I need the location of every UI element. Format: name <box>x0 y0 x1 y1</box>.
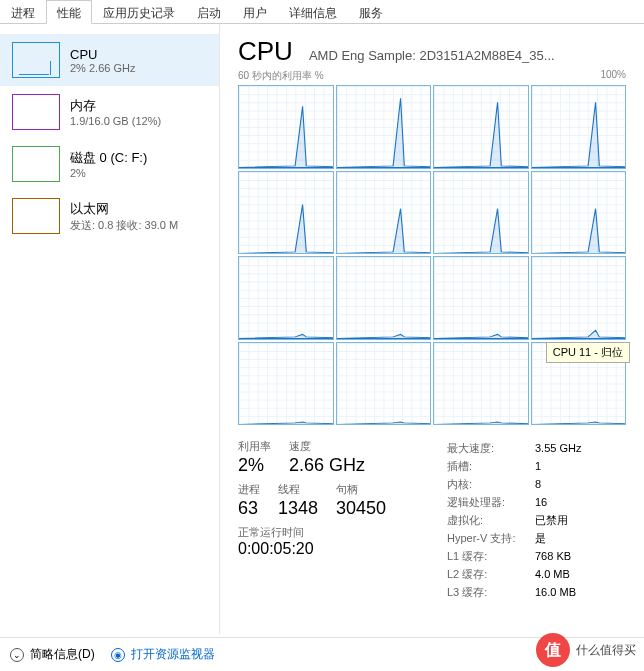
sidebar-cpu-title: CPU <box>70 47 135 62</box>
chevron-down-icon: ⌄ <box>10 648 24 662</box>
stats-left: 利用率 2% 速度 2.66 GHz 进程 63 线程 1348 <box>238 439 417 601</box>
cpu-thumb-icon <box>12 42 60 78</box>
uptime-value: 0:00:05:20 <box>238 540 417 558</box>
ethernet-thumb-icon <box>12 198 60 234</box>
sidebar-net-title: 以太网 <box>70 200 178 218</box>
sidebar: CPU 2% 2.66 GHz 内存 1.9/16.0 GB (12%) 磁盘 … <box>0 24 220 634</box>
monitor-icon: ◉ <box>111 648 125 662</box>
cpu-cell-8[interactable] <box>238 256 334 340</box>
sidebar-net-sub: 发送: 0.8 接收: 39.0 M <box>70 218 178 233</box>
cpu-cell-14[interactable] <box>433 342 529 426</box>
cpu-grid[interactable]: CPU 11 - 归位 <box>238 85 626 425</box>
main-panel: CPU 2% 2.66 GHz 内存 1.9/16.0 GB (12%) 磁盘 … <box>0 24 644 634</box>
cpu-cell-3[interactable] <box>531 85 627 169</box>
cpu-model: AMD Eng Sample: 2D3151A2M88E4_35... <box>309 48 626 63</box>
watermark-text: 什么值得买 <box>576 642 636 659</box>
proc-label: 进程 <box>238 482 260 497</box>
detail-header: CPU AMD Eng Sample: 2D3151A2M88E4_35... <box>238 36 626 67</box>
stat-row-5: Hyper-V 支持:是 <box>447 529 626 547</box>
stats-right: 最大速度:3.55 GHz插槽:1内核:8逻辑处理器:16虚拟化:已禁用Hype… <box>447 439 626 601</box>
chart-left-label: 60 秒内的利用率 % <box>238 69 324 83</box>
speed-value: 2.66 GHz <box>289 455 365 476</box>
cpu-cell-1[interactable] <box>336 85 432 169</box>
chart-axis-labels: 60 秒内的利用率 % 100% <box>238 69 626 83</box>
tab-4[interactable]: 用户 <box>232 0 278 23</box>
stat-row-1: 插槽:1 <box>447 457 626 475</box>
cpu-tooltip: CPU 11 - 归位 <box>546 342 630 363</box>
handle-label: 句柄 <box>336 482 386 497</box>
cpu-cell-6[interactable] <box>433 171 529 255</box>
stat-row-3: 逻辑处理器:16 <box>447 493 626 511</box>
stat-row-8: L3 缓存:16.0 MB <box>447 583 626 601</box>
handle-value: 30450 <box>336 498 386 519</box>
tab-6[interactable]: 服务 <box>348 0 394 23</box>
speed-label: 速度 <box>289 439 365 454</box>
brief-info-label: 简略信息(D) <box>30 646 95 663</box>
util-label: 利用率 <box>238 439 271 454</box>
tab-bar: 进程性能应用历史记录启动用户详细信息服务 <box>0 0 644 24</box>
cpu-cell-10[interactable] <box>433 256 529 340</box>
open-resource-monitor-button[interactable]: ◉ 打开资源监视器 <box>111 646 215 663</box>
cpu-cell-12[interactable] <box>238 342 334 426</box>
util-value: 2% <box>238 455 271 476</box>
stat-row-2: 内核:8 <box>447 475 626 493</box>
cpu-cell-13[interactable] <box>336 342 432 426</box>
sidebar-item-ethernet[interactable]: 以太网 发送: 0.8 接收: 39.0 M <box>0 190 219 242</box>
tab-2[interactable]: 应用历史记录 <box>92 0 186 23</box>
cpu-cell-5[interactable] <box>336 171 432 255</box>
sidebar-cpu-sub: 2% 2.66 GHz <box>70 62 135 74</box>
sidebar-item-disk[interactable]: 磁盘 0 (C: F:) 2% <box>0 138 219 190</box>
stat-row-0: 最大速度:3.55 GHz <box>447 439 626 457</box>
stat-row-4: 虚拟化:已禁用 <box>447 511 626 529</box>
sidebar-disk-sub: 2% <box>70 167 147 179</box>
tab-0[interactable]: 进程 <box>0 0 46 23</box>
footer: ⌄ 简略信息(D) ◉ 打开资源监视器 值 什么值得买 <box>0 637 644 671</box>
cpu-cell-11[interactable] <box>531 256 627 340</box>
tab-1[interactable]: 性能 <box>46 0 92 24</box>
cpu-cell-2[interactable] <box>433 85 529 169</box>
proc-value: 63 <box>238 498 260 519</box>
detail-panel: CPU AMD Eng Sample: 2D3151A2M88E4_35... … <box>220 24 644 634</box>
cpu-cell-7[interactable] <box>531 171 627 255</box>
watermark-icon: 值 <box>536 633 570 667</box>
sidebar-mem-sub: 1.9/16.0 GB (12%) <box>70 115 161 127</box>
stat-row-6: L1 缓存:768 KB <box>447 547 626 565</box>
watermark: 值 什么值得买 <box>536 633 636 667</box>
sidebar-item-cpu[interactable]: CPU 2% 2.66 GHz <box>0 34 219 86</box>
chart-right-label: 100% <box>600 69 626 83</box>
sidebar-disk-title: 磁盘 0 (C: F:) <box>70 149 147 167</box>
brief-info-button[interactable]: ⌄ 简略信息(D) <box>10 646 95 663</box>
tab-3[interactable]: 启动 <box>186 0 232 23</box>
memory-thumb-icon <box>12 94 60 130</box>
resource-monitor-label: 打开资源监视器 <box>131 646 215 663</box>
page-title: CPU <box>238 36 293 67</box>
thread-value: 1348 <box>278 498 318 519</box>
disk-thumb-icon <box>12 146 60 182</box>
thread-label: 线程 <box>278 482 318 497</box>
cpu-cell-4[interactable] <box>238 171 334 255</box>
cpu-cell-0[interactable] <box>238 85 334 169</box>
uptime-label: 正常运行时间 <box>238 525 417 540</box>
stat-row-7: L2 缓存:4.0 MB <box>447 565 626 583</box>
tab-5[interactable]: 详细信息 <box>278 0 348 23</box>
sidebar-item-memory[interactable]: 内存 1.9/16.0 GB (12%) <box>0 86 219 138</box>
stats: 利用率 2% 速度 2.66 GHz 进程 63 线程 1348 <box>238 439 626 601</box>
sidebar-mem-title: 内存 <box>70 97 161 115</box>
cpu-cell-9[interactable] <box>336 256 432 340</box>
